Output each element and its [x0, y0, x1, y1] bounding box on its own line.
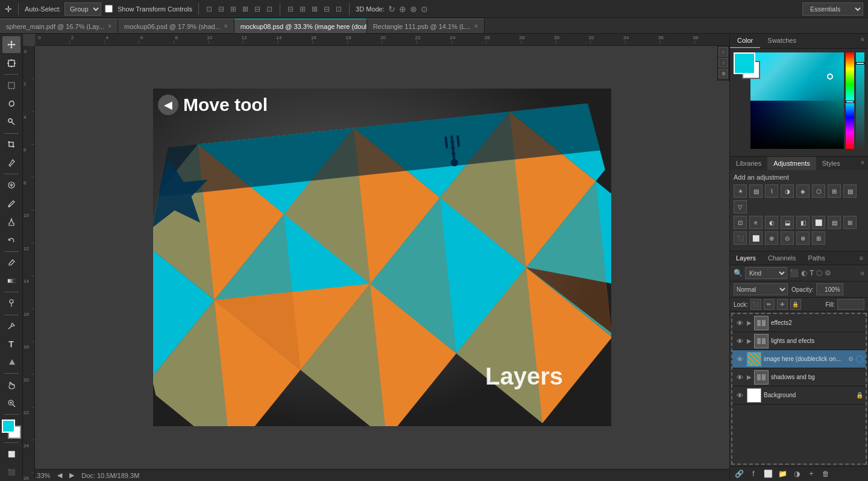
lock-all-btn[interactable]: 🔒 — [790, 299, 801, 310]
color-panel-collapse-btn[interactable]: ≡ — [857, 34, 868, 48]
filter-toggle[interactable]: ○ — [860, 269, 864, 277]
tab-close-1[interactable]: × — [108, 23, 112, 30]
adj-gradient-fill-btn[interactable]: ▤ — [828, 216, 841, 229]
align-icon-2[interactable]: ⊟ — [217, 4, 225, 14]
adj-brightness-btn[interactable]: ☀ — [734, 184, 747, 198]
layer-row-effects2[interactable]: 👁 ▶ effects2 — [732, 314, 866, 332]
fill-input[interactable]: 100% — [837, 299, 864, 310]
distribute-icon-1[interactable]: ⊟ — [286, 4, 295, 14]
3d-move-icon[interactable]: ⊕ — [399, 4, 406, 14]
history-brush-tool-btn[interactable] — [2, 231, 20, 248]
adj-colorlookup-btn[interactable]: ≡ — [749, 216, 763, 229]
layer-row-shadows[interactable]: 👁 ▶ shadows and bg — [732, 368, 866, 386]
distribute-icon-3[interactable]: ⊠ — [310, 4, 319, 14]
collapse-btn-3[interactable]: ↕ — [719, 58, 728, 68]
fg-color-box[interactable] — [734, 52, 755, 74]
adj-posterize-btn[interactable]: ⬓ — [781, 216, 794, 229]
lock-image-btn[interactable]: ✏ — [764, 299, 775, 310]
styles-tab[interactable]: Styles — [816, 157, 846, 170]
align-icon-5[interactable]: ⊟ — [253, 4, 262, 14]
distribute-icon-4[interactable]: ⊟ — [322, 4, 331, 14]
layer-row-background[interactable]: 👁 Background 🔒 — [732, 386, 866, 404]
collapse-btn-4[interactable]: ⚙ — [719, 69, 728, 78]
brush-tool-btn[interactable] — [2, 195, 20, 212]
eraser-tool-btn[interactable] — [2, 254, 20, 271]
adj-icon-btn-3f[interactable]: ⊞ — [812, 231, 825, 245]
tab-mockup08[interactable]: mockup08.psd @ 33.3% (image here (double… — [234, 19, 367, 33]
layer-eye-effects2[interactable]: 👁 — [735, 318, 744, 328]
adj-solid-color-btn[interactable]: ⬜ — [812, 216, 825, 229]
tab-close-2[interactable]: × — [224, 23, 228, 30]
filter-icon-shape[interactable]: ⬡ — [816, 269, 822, 277]
crop-tool-btn[interactable] — [2, 136, 20, 153]
adj-channelmix-btn[interactable]: ⊡ — [734, 216, 747, 229]
clone-stamp-tool-btn[interactable] — [2, 213, 20, 230]
distribute-icon-5[interactable]: ⊡ — [335, 4, 343, 14]
lock-position-btn[interactable]: ✛ — [777, 299, 788, 310]
filter-icon-pixel[interactable]: ⬛ — [790, 269, 799, 277]
status-arrow-right[interactable]: ▶ — [69, 471, 74, 479]
marquee-tool-btn[interactable] — [2, 77, 20, 94]
quick-mask-btn[interactable]: ⬜ — [2, 445, 20, 462]
channels-tab[interactable]: Channels — [762, 251, 802, 265]
show-transform-controls-checkbox[interactable] — [105, 5, 113, 13]
show-transform-controls-label[interactable]: Show Transform Controls — [105, 5, 192, 13]
align-icon-1[interactable]: ⊡ — [205, 4, 213, 14]
status-arrow-left[interactable]: ◀ — [57, 471, 62, 479]
adj-threshold-btn[interactable]: ◧ — [796, 216, 810, 229]
3d-extra-icon[interactable]: ⊙ — [421, 4, 428, 14]
adj-icon-btn-3d[interactable]: ⊙ — [781, 231, 794, 245]
hand-tool-btn[interactable] — [2, 376, 20, 393]
adj-exposure-btn[interactable]: ◑ — [781, 184, 794, 198]
adj-panel-collapse-btn[interactable]: ≡ — [857, 157, 868, 170]
layer-row-image-here[interactable]: 👁 image here (doubleclick on... ⚙ — [732, 350, 866, 368]
3d-scale-icon[interactable]: ⊗ — [410, 4, 417, 14]
screen-mode-btn[interactable]: ⬛ — [2, 464, 20, 481]
adj-invert-btn[interactable]: ◐ — [765, 216, 778, 229]
dodge-tool-btn[interactable] — [2, 295, 20, 312]
canvas-document[interactable]: ◀ Move tool — [153, 89, 611, 426]
hue-bar[interactable] — [846, 52, 854, 149]
filter-icon-smart[interactable]: ⚙ — [825, 269, 831, 277]
layer-settings-icon-image[interactable]: ⚙ — [848, 356, 854, 362]
adj-triangle-btn[interactable]: ▽ — [734, 200, 747, 213]
adj-hsl-btn[interactable]: ⬡ — [812, 184, 825, 198]
blend-mode-select[interactable]: Normal Multiply Screen Overlay — [734, 283, 788, 295]
adj-icon-btn-3e[interactable]: ⊗ — [796, 231, 810, 245]
adj-vibrance-btn[interactable]: ◈ — [796, 184, 810, 198]
create-group-btn[interactable]: 📁 — [777, 468, 788, 479]
layer-expand-effects2[interactable]: ▶ — [747, 319, 752, 326]
tab-mockup06[interactable]: mockup06.psd @ 17.9% (shad... × — [118, 19, 234, 33]
text-tool-btn[interactable]: T — [2, 336, 20, 353]
layer-row-lights[interactable]: 👁 ▶ lights and efects — [732, 332, 866, 350]
filter-icon-text[interactable]: T — [810, 269, 814, 277]
zoom-tool-btn[interactable] — [2, 395, 20, 412]
adj-icon-btn-3b[interactable]: ⬜ — [749, 231, 763, 245]
filter-icon-adj[interactable]: ◐ — [801, 269, 807, 277]
create-layer-btn[interactable]: + — [806, 468, 817, 479]
auto-select-dropdown[interactable]: Group Layer — [64, 2, 101, 16]
quick-select-tool-btn[interactable] — [2, 113, 20, 130]
pen-tool-btn[interactable] — [2, 317, 20, 334]
color-swatch-pair[interactable] — [2, 420, 21, 438]
layer-eye-shadows[interactable]: 👁 — [735, 373, 744, 382]
move-tool-btn[interactable] — [2, 36, 20, 53]
layers-kind-select[interactable]: Kind Name Effect — [745, 267, 787, 279]
alpha-bar[interactable] — [856, 52, 864, 149]
tab-sphere-main[interactable]: sphere_main.pdf @ 16.7% (Lay... × — [0, 19, 118, 33]
3d-rotate-icon[interactable]: ↻ — [388, 4, 395, 14]
align-icon-6[interactable]: ⊡ — [265, 4, 274, 14]
paths-tab[interactable]: Paths — [802, 251, 831, 265]
collapse-btn-2[interactable]: ○ — [719, 47, 728, 57]
tab-close-4[interactable]: × — [474, 23, 478, 30]
adj-icon-btn-3c[interactable]: ⊕ — [765, 231, 778, 245]
layer-eye-background[interactable]: 👁 — [735, 391, 744, 400]
color-spectrum[interactable] — [750, 52, 844, 149]
add-style-btn[interactable]: f — [748, 468, 759, 479]
layers-tab[interactable]: Layers — [730, 251, 762, 265]
align-icon-3[interactable]: ⊞ — [229, 4, 237, 14]
adj-curves-btn[interactable]: ⌇ — [765, 184, 778, 198]
add-mask-btn[interactable]: ⬜ — [763, 468, 773, 479]
adj-gradient-btn[interactable]: ▤ — [843, 184, 857, 198]
tab-rectangle111[interactable]: Rectangle 111.psb @ 14.1% (L... × — [367, 19, 485, 33]
